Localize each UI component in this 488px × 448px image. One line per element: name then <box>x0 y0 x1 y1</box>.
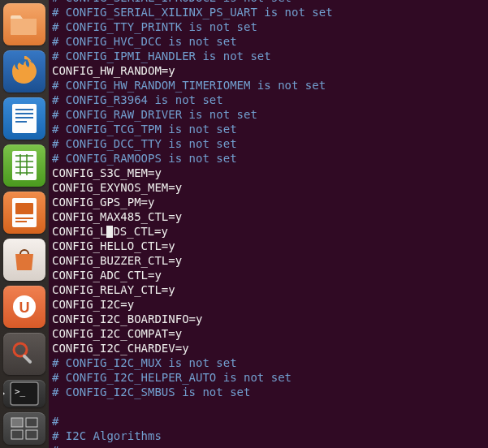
terminal-line: CONFIG_BUZZER_CTL=y <box>52 253 485 268</box>
terminal-line: # CONFIG_IPMI_HANDLER is not set <box>52 49 485 63</box>
terminal-line: CONFIG_I2C_COMPAT=y <box>52 326 485 341</box>
terminal-line: # CONFIG_I2C_MUX is not set <box>52 355 485 370</box>
active-indicator-icon <box>3 390 5 398</box>
terminal-line: CONFIG_MAX485_CTL=y <box>52 209 485 224</box>
terminal-line: # CONFIG_I2C_SMBUS is not set <box>52 385 485 399</box>
svg-rect-2 <box>15 109 33 110</box>
svg-text:>_: >_ <box>15 386 26 397</box>
terminal-line: CONFIG_HW_RANDOM=y <box>52 63 485 78</box>
launcher-firefox[interactable] <box>3 50 45 93</box>
svg-text:U: U <box>19 299 30 316</box>
ubuntu-one-icon: U <box>9 291 40 322</box>
terminal-line: CONFIG_I2C_BOARDINFO=y <box>52 312 485 326</box>
terminal-line: CONFIG_GPS_PM=y <box>52 195 485 209</box>
terminal-line: CONFIG_EXYNOS_MEM=y <box>52 180 485 195</box>
launcher-impress[interactable] <box>3 192 45 234</box>
folder-icon <box>9 9 40 40</box>
terminal-line: # CONFIG_RAMOOPS is not set <box>52 151 485 166</box>
launcher-settings[interactable] <box>3 333 45 375</box>
svg-rect-3 <box>15 113 33 114</box>
terminal-line: CONFIG_I2C=y <box>52 297 485 312</box>
terminal-line: # CONFIG_SERIAL_XILINX_PS_UART is not se… <box>52 5 485 19</box>
workspace-icon <box>9 413 40 444</box>
svg-rect-15 <box>15 218 33 219</box>
launcher-writer[interactable] <box>3 97 45 140</box>
terminal-line: CONFIG_I2C_CHARDEV=y <box>52 341 485 355</box>
launcher-terminal[interactable]: >_ <box>3 380 45 407</box>
terminal-line: CONFIG_S3C_MEM=y <box>52 166 485 180</box>
svg-rect-24 <box>26 418 37 427</box>
terminal-line <box>52 399 485 414</box>
terminal-line: # <box>52 414 485 429</box>
svg-point-19 <box>14 343 27 356</box>
svg-rect-20 <box>22 354 32 364</box>
terminal-line: CONFIG_RELAY_CTL=y <box>52 282 485 297</box>
calc-icon <box>9 150 40 181</box>
svg-rect-23 <box>11 418 23 427</box>
terminal-line: # <box>52 443 485 448</box>
terminal-line: # CONFIG_R3964 is not set <box>52 93 485 107</box>
svg-rect-16 <box>15 221 27 222</box>
terminal-line: # CONFIG_TCG_TPM is not set <box>52 122 485 136</box>
launcher-software-center[interactable] <box>3 239 45 281</box>
svg-rect-4 <box>15 117 33 118</box>
writer-icon <box>9 103 40 134</box>
gear-wrench-icon <box>9 338 40 369</box>
svg-rect-25 <box>11 430 23 439</box>
terminal-icon: >_ <box>9 380 40 407</box>
launcher-calc[interactable] <box>3 144 45 187</box>
terminal-line: CONFIG_ADC_CTL=y <box>52 268 485 282</box>
firefox-icon <box>9 56 40 87</box>
terminal-line: CONFIG_LDS_CTL=y <box>52 224 485 239</box>
shopping-bag-icon <box>9 244 40 275</box>
terminal-line: # CONFIG_HVC_DCC is not set <box>52 34 485 49</box>
svg-rect-14 <box>15 203 33 214</box>
launcher-files[interactable] <box>3 3 45 45</box>
impress-icon <box>9 197 40 228</box>
launcher-workspace-switcher[interactable] <box>3 412 45 445</box>
launcher-ubuntu-one[interactable]: U <box>3 286 45 328</box>
terminal-line: # CONFIG_TTY_PRINTK is not set <box>52 19 485 34</box>
terminal-line: # CONFIG_HW_RANDOM_TIMERIOMEM is not set <box>52 78 485 93</box>
terminal-line: CONFIG_HELLO_CTL=y <box>52 239 485 253</box>
terminal-line: # I2C Algorithms <box>52 429 485 443</box>
terminal-line: # CONFIG_RAW_DRIVER is not set <box>52 107 485 122</box>
terminal-line: # CONFIG_I2C_HELPER_AUTO is not set <box>52 370 485 385</box>
terminal-output[interactable]: # CONFIG_SERIAL_IPRODUCE is not set# CON… <box>49 0 488 448</box>
svg-rect-26 <box>26 430 37 439</box>
launcher-bar: U >_ <box>0 0 49 448</box>
terminal-line: # CONFIG_DCC_TTY is not set <box>52 136 485 151</box>
svg-rect-5 <box>15 121 27 123</box>
